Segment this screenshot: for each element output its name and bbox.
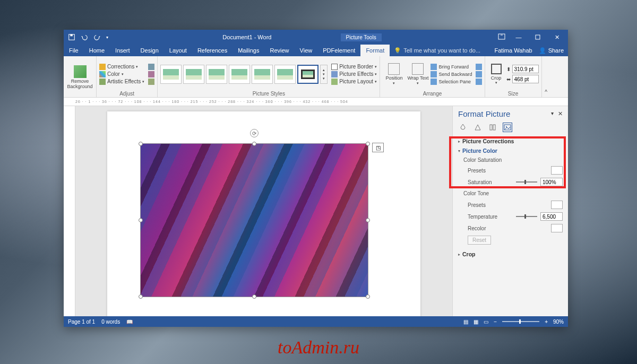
tell-me-search[interactable]: 💡 Tell me what you want to do...: [390, 45, 490, 56]
resize-handle-bc[interactable]: [252, 294, 256, 299]
spellcheck-icon[interactable]: 📖: [126, 319, 133, 325]
picture-styles-more[interactable]: ▴▾▾: [320, 65, 328, 84]
tab-view[interactable]: View: [295, 45, 318, 56]
resize-handle-tl[interactable]: [139, 142, 143, 146]
resize-handle-lc[interactable]: [139, 218, 143, 222]
crop-button[interactable]: Crop▾: [488, 64, 505, 85]
send-backward-button[interactable]: Send Backward: [431, 71, 472, 77]
resize-handle-rc[interactable]: [366, 218, 370, 222]
rotate-handle[interactable]: ⟳: [250, 129, 259, 137]
picture-effects-button[interactable]: Picture Effects▾: [331, 71, 377, 77]
color-button[interactable]: Color▾: [99, 71, 144, 77]
change-picture-icon[interactable]: [148, 71, 154, 77]
tab-design[interactable]: Design: [135, 45, 164, 56]
reset-button[interactable]: Reset: [468, 236, 491, 245]
selection-pane-button[interactable]: Selection Pane: [431, 79, 472, 85]
height-input[interactable]: [512, 65, 539, 73]
tab-layout[interactable]: Layout: [164, 45, 192, 56]
zoom-out-button[interactable]: −: [494, 319, 497, 325]
artistic-effects-button[interactable]: Artistic Effects▾: [99, 79, 144, 85]
picture-style-6[interactable]: [274, 65, 296, 84]
wrap-text-button[interactable]: Wrap Text▾: [407, 63, 429, 85]
group-icon[interactable]: [476, 71, 482, 77]
compress-icon[interactable]: [148, 64, 154, 70]
svg-rect-6: [493, 125, 495, 130]
tab-file[interactable]: File: [64, 45, 84, 56]
minimize-button[interactable]: —: [513, 33, 524, 41]
width-input[interactable]: [512, 75, 539, 83]
picture-border-button[interactable]: Picture Border▾: [331, 64, 377, 70]
collapse-ribbon-button[interactable]: ^: [542, 56, 550, 97]
crop-section[interactable]: Crop: [458, 249, 563, 259]
selected-picture[interactable]: ⟳ ◳: [140, 143, 368, 297]
picture-layout-button[interactable]: Picture Layout▾: [331, 79, 377, 85]
align-icon[interactable]: [476, 64, 482, 70]
selection-icon: [431, 79, 437, 85]
zoom-level[interactable]: 90%: [553, 319, 564, 325]
resize-handle-tc[interactable]: [252, 142, 256, 146]
document-canvas[interactable]: ⟳ ◳: [75, 106, 452, 316]
picture-corrections-section[interactable]: Picture Corrections: [458, 136, 563, 146]
corrections-icon: [99, 64, 106, 70]
temperature-slider[interactable]: [516, 216, 537, 217]
print-layout-icon[interactable]: ▦: [474, 319, 478, 325]
pane-tab-layout[interactable]: [488, 123, 497, 132]
tab-insert[interactable]: Insert: [110, 45, 135, 56]
ribbon-display-icon[interactable]: [498, 33, 505, 41]
recolor-button[interactable]: [551, 224, 563, 232]
user-name[interactable]: Fatima Wahab: [495, 47, 532, 54]
maximize-button[interactable]: [532, 33, 544, 41]
bring-forward-button[interactable]: Bring Forward: [431, 64, 472, 70]
save-icon[interactable]: [68, 33, 75, 41]
resize-handle-tr[interactable]: [366, 142, 370, 146]
remove-background-button[interactable]: Remove Background: [66, 65, 93, 90]
redo-icon[interactable]: [93, 33, 101, 41]
tone-presets-label: Presets: [463, 202, 486, 208]
ribbon-group-arrange: Position▾ Wrap Text▾ Bring Forward Send …: [380, 56, 485, 97]
picture-style-4[interactable]: [229, 65, 250, 84]
layout-options-icon: ◳: [376, 145, 381, 151]
rotate-icon[interactable]: [476, 79, 482, 85]
picture-style-5[interactable]: [252, 65, 273, 84]
temperature-input[interactable]: [540, 212, 563, 221]
saturation-slider[interactable]: [516, 181, 537, 183]
pane-tab-effects[interactable]: [473, 123, 483, 132]
share-button[interactable]: 👤 Share: [539, 47, 564, 54]
tab-mailings[interactable]: Mailings: [233, 45, 264, 56]
tell-me-placeholder: Tell me what you want to do...: [403, 47, 480, 54]
saturation-input[interactable]: [540, 178, 563, 186]
tab-references[interactable]: References: [192, 45, 233, 56]
undo-icon[interactable]: [81, 33, 88, 41]
reset-picture-icon[interactable]: [148, 79, 154, 85]
tab-home[interactable]: Home: [84, 45, 110, 56]
layout-options-button[interactable]: ◳: [372, 143, 384, 152]
picture-style-1[interactable]: [160, 65, 182, 84]
picture-style-7[interactable]: [297, 65, 318, 84]
zoom-slider[interactable]: [502, 321, 539, 322]
word-count[interactable]: 0 words: [101, 319, 120, 325]
tab-format[interactable]: Format: [360, 45, 390, 56]
pane-tab-fill[interactable]: [458, 123, 468, 132]
tab-pdfelement[interactable]: PDFelement: [317, 45, 360, 56]
position-button[interactable]: Position▾: [383, 63, 405, 85]
web-layout-icon[interactable]: ▭: [484, 319, 488, 325]
picture-styles-label: Picture Styles: [160, 90, 377, 97]
ribbon-group-adjust: Corrections▾ Color▾ Artistic Effects▾ Ad…: [97, 56, 158, 97]
picture-color-section[interactable]: Picture Color: [458, 146, 563, 155]
resize-handle-bl[interactable]: [139, 294, 143, 299]
corrections-button[interactable]: Corrections▾: [99, 64, 144, 70]
tone-presets-button[interactable]: [551, 201, 563, 209]
resize-handle-br[interactable]: [366, 294, 370, 299]
saturation-presets-button[interactable]: [551, 166, 563, 175]
zoom-in-button[interactable]: +: [545, 319, 548, 325]
read-mode-icon[interactable]: ▤: [463, 319, 468, 325]
pane-tab-picture[interactable]: [503, 123, 512, 132]
picture-style-2[interactable]: [183, 65, 204, 84]
page-status[interactable]: Page 1 of 1: [68, 319, 95, 325]
tab-review[interactable]: Review: [265, 45, 295, 56]
close-button[interactable]: ✕: [551, 33, 563, 41]
pane-options-icon[interactable]: ▾: [551, 110, 554, 117]
statusbar: Page 1 of 1 0 words 📖 ▤ ▦ ▭ − + 90%: [64, 316, 568, 327]
picture-style-3[interactable]: [206, 65, 227, 84]
pane-close-icon[interactable]: ✕: [558, 110, 563, 117]
